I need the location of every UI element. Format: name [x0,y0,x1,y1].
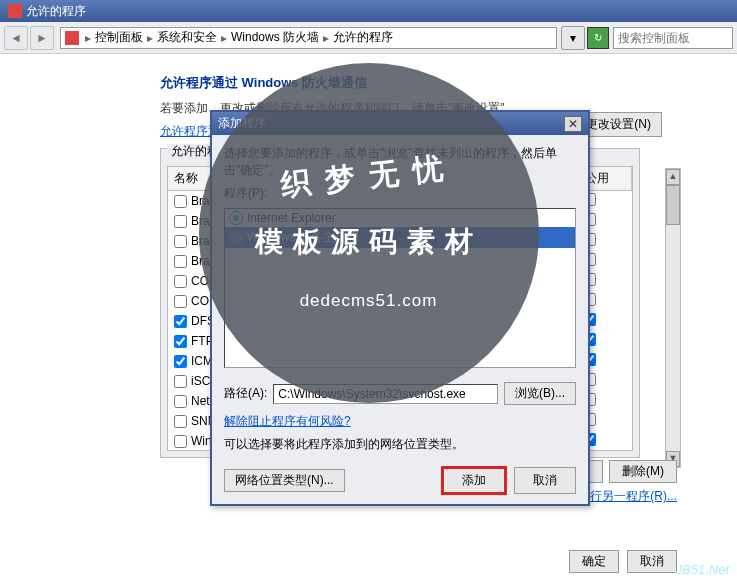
list-item-label: Windows 服务主进程 [247,229,359,246]
program-list[interactable]: Internet Explorer Windows 服务主进程 [224,208,576,368]
path-input[interactable] [273,384,498,404]
row-checkbox[interactable] [174,255,187,268]
list-item[interactable]: Internet Explorer [225,209,575,227]
list-item-label: Internet Explorer [247,211,336,225]
row-checkbox[interactable] [174,355,187,368]
add-program-dialog: 添加程序 ✕ 选择您要添加的程序，或单击"浏览"查找未列出的程序，然后单击"确定… [210,110,590,506]
breadcrumb-icon [65,31,79,45]
dropdown-button[interactable]: ▾ [561,26,585,50]
add-button[interactable]: 添加 [442,467,506,494]
row-checkbox[interactable] [174,215,187,228]
row-checkbox[interactable] [174,435,187,448]
scroll-thumb[interactable] [666,185,680,225]
choose-network-text: 可以选择要将此程序添加到的网络位置类型。 [224,436,576,453]
cancel-button[interactable]: 取消 [627,550,677,573]
unblock-risk-link[interactable]: 解除阻止程序有何风险? [224,413,351,430]
windows-icon [229,231,243,245]
list-item[interactable]: Windows 服务主进程 [225,227,575,248]
scroll-up-icon[interactable]: ▲ [666,169,680,185]
remove-button[interactable]: 删除(M) [609,460,677,483]
row-checkbox[interactable] [174,335,187,348]
dialog-cancel-button[interactable]: 取消 [514,467,576,494]
row-checkbox[interactable] [174,235,187,248]
path-label: 路径(A): [224,385,267,402]
dialog-instruction: 选择您要添加的程序，或单击"浏览"查找未列出的程序，然后单击"确定"。 [224,145,576,179]
crumb-control-panel[interactable]: 控制面板 [93,29,145,46]
search-input[interactable] [613,27,733,49]
network-location-button[interactable]: 网络位置类型(N)... [224,469,345,492]
app-icon [8,4,22,18]
row-checkbox[interactable] [174,375,187,388]
row-checkbox[interactable] [174,295,187,308]
breadcrumb[interactable]: ▸ 控制面板▸ 系统和安全▸ Windows 防火墙▸ 允许的程序 [60,27,557,49]
page-heading: 允许程序通过 Windows 防火墙通信 [160,74,677,92]
row-checkbox[interactable] [174,275,187,288]
refresh-icon[interactable]: ↻ [587,27,609,49]
window-title: 允许的程序 [26,3,86,20]
row-checkbox[interactable] [174,315,187,328]
ok-button[interactable]: 确定 [569,550,619,573]
forward-button[interactable]: ► [30,26,54,50]
scrollbar[interactable]: ▲ ▼ [665,168,681,468]
navigation-bar: ◄ ► ▸ 控制面板▸ 系统和安全▸ Windows 防火墙▸ 允许的程序 ▾ … [0,22,737,54]
page-footer: 确定 取消 [569,550,677,573]
crumb-allowed[interactable]: 允许的程序 [331,29,395,46]
row-checkbox[interactable] [174,415,187,428]
brand-label: JB51.Net [676,562,729,577]
program-list-label: 程序(P): [224,185,576,202]
crumb-firewall[interactable]: Windows 防火墙 [229,29,321,46]
row-checkbox[interactable] [174,395,187,408]
browse-button[interactable]: 浏览(B)... [504,382,576,405]
back-button[interactable]: ◄ [4,26,28,50]
crumb-system-security[interactable]: 系统和安全 [155,29,219,46]
dialog-titlebar: 添加程序 ✕ [212,112,588,135]
window-titlebar: 允许的程序 [0,0,737,22]
close-icon[interactable]: ✕ [564,116,582,132]
row-checkbox[interactable] [174,195,187,208]
ie-icon [229,211,243,225]
dialog-title: 添加程序 [218,115,266,132]
